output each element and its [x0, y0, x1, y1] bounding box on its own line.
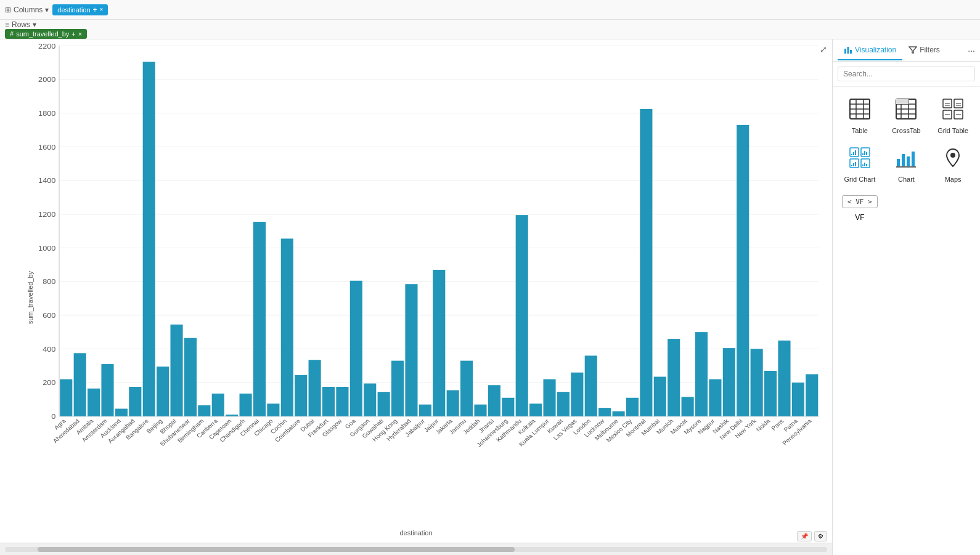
- svg-rect-136: [844, 49, 846, 54]
- main-content: ⤢ sum_travelled_by destination 020040060…: [0, 39, 980, 555]
- svg-text:2200: 2200: [38, 42, 55, 50]
- svg-rect-33: [157, 367, 169, 416]
- measure-pill[interactable]: # sum_travelled_by + ×: [5, 29, 87, 39]
- svg-rect-181: [902, 154, 905, 166]
- tab-filters[interactable]: Filters: [902, 41, 946, 60]
- svg-rect-71: [682, 397, 694, 416]
- svg-text:1800: 1800: [38, 109, 55, 117]
- svg-rect-172: [864, 151, 865, 155]
- svg-rect-152: [896, 99, 901, 104]
- svg-rect-68: [640, 109, 652, 416]
- svg-rect-177: [862, 164, 864, 166]
- svg-rect-73: [709, 379, 721, 416]
- svg-rect-179: [866, 164, 867, 166]
- more-options-button[interactable]: ···: [968, 46, 975, 55]
- svg-rect-35: [184, 338, 197, 416]
- viz-gridtable[interactable]: Grid Table: [931, 93, 975, 139]
- measure-close[interactable]: ×: [78, 30, 82, 38]
- right-panel: Visualization Filters ···: [832, 39, 980, 555]
- svg-rect-59: [516, 215, 528, 416]
- chart-icon: [895, 147, 917, 173]
- measure-plus[interactable]: +: [71, 30, 75, 38]
- svg-rect-54: [447, 390, 459, 416]
- svg-rect-49: [378, 392, 390, 416]
- svg-rect-78: [778, 341, 790, 416]
- svg-text:1000: 1000: [38, 244, 55, 252]
- svg-text:800: 800: [43, 278, 55, 286]
- tab-visualization[interactable]: Visualization: [838, 41, 902, 60]
- rows-dropdown[interactable]: ▾: [33, 20, 36, 29]
- columns-label: ⊞ Columns ▾: [5, 6, 49, 14]
- svg-rect-137: [847, 47, 849, 54]
- scrollbar-thumb[interactable]: [38, 547, 515, 552]
- svg-rect-182: [907, 156, 910, 166]
- search-input[interactable]: [838, 67, 975, 81]
- svg-marker-139: [909, 47, 917, 53]
- svg-rect-27: [74, 353, 86, 416]
- destination-close[interactable]: ×: [100, 6, 104, 13]
- columns-bar: ⊞ Columns ▾ destination + ×: [0, 0, 980, 20]
- maps-icon: [942, 147, 964, 173]
- svg-rect-64: [585, 355, 597, 416]
- svg-rect-76: [751, 349, 763, 416]
- svg-rect-52: [419, 405, 431, 416]
- scrollbar-area: [0, 543, 832, 555]
- svg-rect-28: [88, 389, 100, 416]
- svg-rect-80: [806, 374, 818, 416]
- gridchart-icon: [849, 147, 871, 173]
- svg-rect-29: [101, 364, 113, 416]
- svg-rect-178: [864, 163, 865, 166]
- columns-dropdown[interactable]: ▾: [45, 6, 49, 14]
- destination-pill[interactable]: destination + ×: [52, 4, 108, 15]
- svg-rect-69: [654, 377, 666, 416]
- rows-label: ≡ Rows ▾: [5, 20, 87, 29]
- rows-bar: ≡ Rows ▾ # sum_travelled_by + ×: [0, 20, 980, 39]
- pin-button[interactable]: 📌: [797, 531, 812, 541]
- svg-rect-75: [737, 125, 749, 416]
- destination-plus[interactable]: +: [93, 6, 97, 14]
- svg-rect-70: [668, 339, 680, 416]
- svg-rect-174: [851, 165, 852, 166]
- rows-icon: ≡: [5, 20, 9, 29]
- svg-rect-56: [474, 405, 486, 416]
- svg-rect-180: [897, 159, 900, 166]
- table-icon: [849, 98, 871, 124]
- viz-maps[interactable]: Maps: [931, 142, 975, 188]
- svg-text:1400: 1400: [38, 177, 55, 185]
- viz-table[interactable]: Table: [838, 93, 882, 139]
- viz-gridchart[interactable]: Grid Chart: [838, 142, 882, 188]
- svg-rect-34: [170, 325, 182, 416]
- settings-button[interactable]: ⚙: [814, 531, 827, 541]
- svg-rect-32: [143, 62, 155, 416]
- bar-chart: 0200400600800100012001400160018002000220…: [31, 39, 826, 506]
- svg-rect-175: [853, 163, 854, 166]
- svg-rect-138: [850, 50, 852, 54]
- visualization-icon: [844, 46, 852, 54]
- columns-section: ⊞ Columns ▾ destination + ×: [5, 4, 108, 15]
- search-box: [833, 62, 980, 87]
- measure-hash: #: [10, 30, 14, 38]
- gridtable-icon: [942, 98, 964, 124]
- svg-rect-36: [198, 405, 210, 416]
- svg-rect-72: [695, 332, 708, 416]
- svg-text:Noida: Noida: [754, 418, 772, 433]
- bottom-controls: 📌 ⚙: [797, 531, 827, 541]
- svg-rect-67: [626, 398, 639, 416]
- svg-text:200: 200: [43, 379, 55, 387]
- svg-rect-41: [267, 403, 279, 416]
- svg-rect-53: [433, 270, 445, 416]
- viz-vf[interactable]: < VF > VF: [838, 190, 882, 227]
- scrollbar-track[interactable]: [5, 547, 827, 552]
- svg-rect-50: [391, 361, 404, 416]
- viz-crosstab[interactable]: CrossTab: [884, 93, 929, 139]
- rows-section: ≡ Rows ▾ # sum_travelled_by + ×: [5, 20, 87, 39]
- svg-rect-37: [212, 394, 224, 416]
- svg-rect-46: [336, 387, 348, 416]
- svg-rect-168: [851, 154, 852, 155]
- svg-rect-153: [901, 99, 909, 104]
- viz-chart[interactable]: Chart: [884, 142, 929, 188]
- svg-rect-38: [226, 415, 238, 416]
- svg-rect-39: [240, 394, 252, 416]
- svg-text:400: 400: [43, 345, 55, 353]
- crosstab-icon: [895, 98, 917, 124]
